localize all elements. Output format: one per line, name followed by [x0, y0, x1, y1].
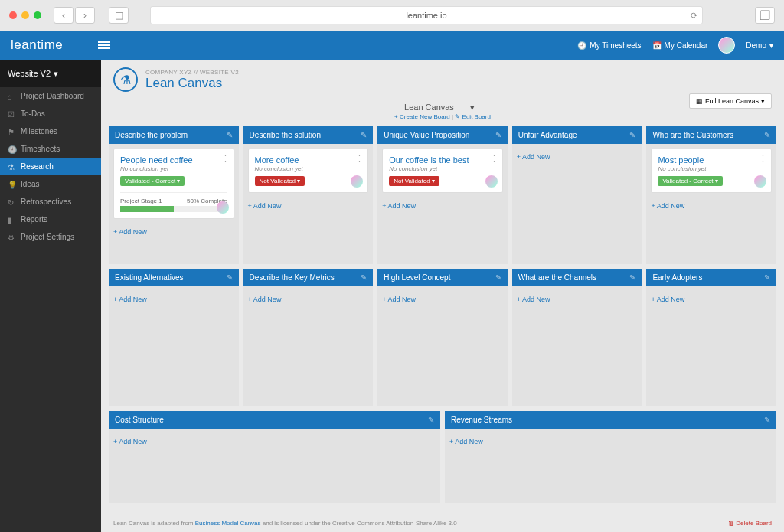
sidebar-item-reports[interactable]: ▮Reports — [0, 211, 101, 228]
sidebar-toggle-button[interactable]: ◫ — [109, 7, 129, 24]
delete-board-button[interactable]: 🗑 Delete Board — [728, 520, 772, 527]
column-cost: Cost Structure✎ +Add New — [109, 411, 440, 503]
canvas-card[interactable]: ⋮ People need coffee No conclusion yet V… — [113, 149, 234, 219]
forward-button[interactable]: › — [75, 7, 95, 24]
bulb-icon: 💡 — [8, 181, 15, 188]
close-window-button[interactable] — [9, 11, 17, 19]
url-bar[interactable]: leantime.io ⟳ — [150, 6, 703, 24]
add-new-button[interactable]: +Add New — [248, 199, 282, 213]
assignee-avatar[interactable] — [217, 201, 229, 214]
board-selector[interactable]: Lean Canvas ▾ — [400, 101, 485, 113]
my-calendar-link[interactable]: 📅 My Calendar — [652, 41, 708, 50]
plus-icon: + — [113, 295, 117, 303]
column-channels: What are the Channels✎ +Add New — [512, 269, 642, 406]
footer: Lean Canvas is adapted from Business Mod… — [101, 515, 784, 531]
sidebar-item-research[interactable]: ⚗Research — [0, 158, 101, 175]
my-timesheets-link[interactable]: 🕘 My Timesheets — [577, 41, 641, 50]
reload-icon[interactable]: ⟳ — [691, 11, 697, 21]
sidebar-item-ideas[interactable]: 💡Ideas — [0, 175, 101, 193]
add-new-button[interactable]: +Add New — [113, 225, 147, 239]
menu-toggle-button[interactable] — [98, 40, 110, 51]
create-board-link[interactable]: + Create New Board — [394, 113, 450, 120]
add-new-button[interactable]: +Add New — [449, 435, 483, 449]
add-new-button[interactable]: +Add New — [517, 150, 550, 164]
app-topbar: leantime 🕘 My Timesheets 📅 My Calendar D… — [0, 31, 784, 60]
canvas-card[interactable]: ⋮ Our coffee is the best No conclusion y… — [382, 149, 503, 193]
edit-icon[interactable]: ✎ — [495, 131, 501, 139]
card-menu-button[interactable]: ⋮ — [221, 154, 230, 164]
canvas-card[interactable]: ⋮ More coffee No conclusion yet Not Vali… — [248, 149, 369, 193]
assignee-avatar[interactable] — [485, 175, 498, 188]
project-name: Website V2 — [8, 69, 51, 78]
my-calendar-label: My Calendar — [665, 41, 708, 50]
column-alternatives: Existing Alternatives✎ +Add New — [109, 269, 239, 406]
user-menu[interactable]: Demo ▾ — [746, 41, 773, 50]
edit-icon[interactable]: ✎ — [227, 273, 233, 282]
canvas-card[interactable]: ⋮ Most people No conclusion yet Validate… — [651, 149, 772, 193]
column-title: What are the Channels — [518, 273, 596, 282]
logo: leantime — [11, 38, 63, 53]
edit-icon[interactable]: ✎ — [227, 131, 233, 139]
add-new-button[interactable]: +Add New — [382, 199, 416, 213]
sidebar-item-milestones[interactable]: ⚑Milestones — [0, 122, 101, 140]
edit-board-link[interactable]: ✎ Edit Board — [455, 113, 491, 120]
status-badge[interactable]: Validated - Correct ▾ — [658, 176, 722, 186]
plus-icon: + — [113, 228, 117, 236]
chart-icon: ▮ — [8, 216, 15, 224]
card-menu-button[interactable]: ⋮ — [355, 154, 364, 164]
traffic-lights — [9, 11, 41, 19]
add-new-button[interactable]: +Add New — [651, 292, 684, 306]
plus-icon: + — [394, 113, 398, 120]
view-selector[interactable]: ▦ Full Lean Canvas ▾ — [689, 93, 772, 109]
edit-icon[interactable]: ✎ — [764, 416, 770, 424]
plus-icon: + — [248, 295, 252, 303]
status-badge[interactable]: Validated - Correct ▾ — [120, 176, 185, 186]
plus-icon: + — [248, 202, 252, 210]
tabs-button[interactable]: ❐ — [755, 7, 775, 24]
minimize-window-button[interactable] — [21, 11, 29, 19]
page-title: Lean Canvas — [145, 76, 239, 91]
assignee-avatar[interactable] — [754, 175, 766, 188]
chevron-down-icon: ▾ — [769, 41, 773, 50]
edit-icon[interactable]: ✎ — [764, 131, 770, 139]
sidebar-item-project-settings[interactable]: ⚙Project Settings — [0, 228, 101, 246]
back-button[interactable]: ‹ — [54, 7, 74, 24]
sidebar-item-retrospectives[interactable]: ↻Retrospectives — [0, 193, 101, 211]
card-menu-button[interactable]: ⋮ — [490, 154, 498, 164]
footer-link[interactable]: Business Model Canvas — [195, 520, 261, 527]
add-new-button[interactable]: +Add New — [248, 292, 282, 306]
add-new-button[interactable]: +Add New — [651, 199, 684, 213]
column-solution: Describe the solution✎ ⋮ More coffee No … — [243, 126, 374, 264]
edit-icon[interactable]: ✎ — [361, 131, 367, 139]
edit-icon[interactable]: ✎ — [495, 273, 501, 282]
add-new-button[interactable]: +Add New — [113, 435, 147, 449]
status-badge[interactable]: Not Validated ▾ — [255, 176, 305, 186]
user-avatar[interactable] — [718, 37, 735, 54]
add-new-button[interactable]: +Add New — [382, 292, 416, 306]
project-selector[interactable]: Website V2 ▾ — [0, 60, 101, 87]
plus-icon: + — [113, 438, 117, 446]
add-new-button[interactable]: +Add New — [113, 292, 147, 306]
plus-icon: + — [517, 153, 521, 161]
maximize-window-button[interactable] — [34, 11, 41, 19]
clock-icon: 🕘 — [8, 145, 15, 153]
calendar-icon: 📅 — [652, 41, 662, 50]
sidebar: Website V2 ▾ ⌂Project Dashboard☑To-Dos⚑M… — [0, 60, 101, 532]
edit-icon[interactable]: ✎ — [629, 131, 635, 139]
status-badge[interactable]: Not Validated ▾ — [389, 176, 439, 186]
column-concept: High Level Concept✎ +Add New — [377, 269, 508, 406]
assignee-avatar[interactable] — [351, 175, 363, 188]
gear-icon: ⚙ — [8, 233, 15, 241]
sidebar-item-to-dos[interactable]: ☑To-Dos — [0, 105, 101, 122]
edit-icon[interactable]: ✎ — [629, 273, 635, 282]
sidebar-item-timesheets[interactable]: 🕘Timesheets — [0, 140, 101, 158]
card-menu-button[interactable]: ⋮ — [759, 154, 767, 164]
add-new-button[interactable]: +Add New — [517, 292, 550, 306]
edit-icon[interactable]: ✎ — [764, 273, 770, 282]
browser-chrome: ‹ › ◫ leantime.io ⟳ ❐ — [0, 0, 784, 31]
column-title: Existing Alternatives — [115, 273, 184, 282]
card-title: Most people — [658, 155, 765, 165]
edit-icon[interactable]: ✎ — [428, 416, 434, 424]
sidebar-item-project-dashboard[interactable]: ⌂Project Dashboard — [0, 87, 101, 105]
edit-icon[interactable]: ✎ — [361, 273, 367, 282]
